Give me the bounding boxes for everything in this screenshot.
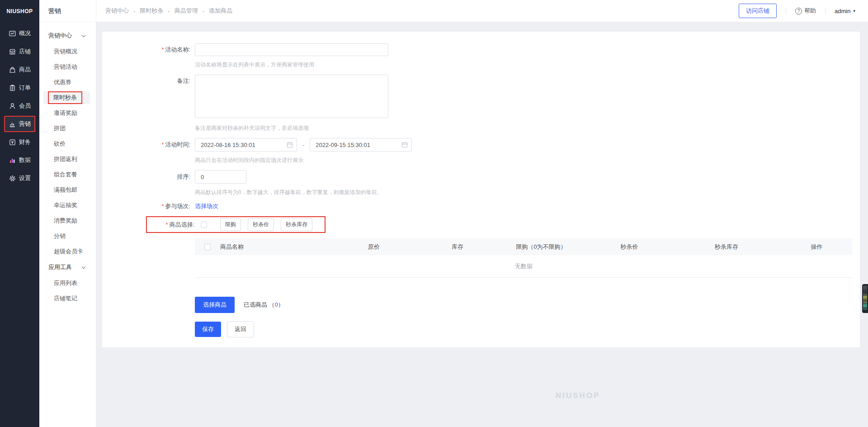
submenu-item-marketing-activity[interactable]: 营销活动 [39, 59, 96, 75]
sort-row: 排序: [102, 170, 860, 184]
minimap-stripes-yellow [863, 295, 867, 303]
table-select-all-checkbox[interactable] [204, 244, 211, 250]
submenu-item-super-member-card[interactable]: 超级会员卡 [39, 244, 96, 259]
col-operate: 操作 [781, 243, 853, 251]
seckill-stock-button[interactable]: 秒杀库存 [281, 218, 312, 231]
sidebar-item-goods[interactable]: 商品 [0, 61, 39, 79]
breadcrumb-item[interactable]: 营销中心 [105, 7, 129, 15]
submenu-item-shop-notes[interactable]: 店铺笔记 [39, 291, 96, 306]
activity-time-label: *活动时间: [102, 141, 195, 149]
submenu-item-invite-reward[interactable]: 邀请奖励 [39, 105, 96, 121]
breadcrumb-item[interactable]: 限时秒杀 [140, 7, 163, 15]
goods-icon [9, 66, 16, 74]
primary-nav: 概况 店铺 商品 订单 会员 营销 [0, 23, 39, 187]
select-goods-button[interactable]: 选择商品 [195, 297, 235, 313]
sort-label: 排序: [102, 173, 195, 181]
submenu-item-coupon[interactable]: 优惠券 [39, 75, 96, 90]
sidebar-item-label: 概况 [19, 29, 31, 38]
marketing-icon [9, 120, 16, 128]
sidebar-item-shop[interactable]: 店铺 [0, 43, 39, 61]
submenu-group-app-tools[interactable]: 应用工具 [39, 259, 96, 275]
activity-name-input[interactable] [195, 43, 388, 56]
goods-action-row: 选择商品 已选商品 （0） [195, 297, 860, 313]
table-empty-state: 无数据 [195, 255, 853, 278]
sidebar-item-settings[interactable]: 设置 [0, 169, 39, 187]
chevron-down-icon [81, 266, 86, 269]
help-button[interactable]: ? 帮助 [795, 7, 816, 15]
submenu: 营销中心 营销概况 营销活动 优惠券 限时秒杀 邀请奖励 拼团 砍价 拼团返利 … [39, 22, 96, 306]
sort-help: 商品默认排序号为0，数字越大，排序越靠前，数字重复，则最新添加的靠前。 [195, 189, 860, 196]
limit-buy-button[interactable]: 限购 [220, 218, 241, 231]
back-button[interactable]: 返回 [227, 321, 254, 337]
user-menu[interactable]: admin ▾ [835, 8, 855, 14]
submenu-group-marketing-center[interactable]: 营销中心 [39, 28, 96, 44]
sidebar-item-orders[interactable]: 订单 [0, 79, 39, 97]
breadcrumb: 营销中心 - 限时秒杀 - 商品管理 - 添加商品 [105, 7, 232, 15]
sidebar-item-data[interactable]: 数据 [0, 151, 39, 169]
breadcrumb-item[interactable]: 商品管理 [175, 7, 198, 15]
selected-goods-label: 已选商品 [244, 301, 267, 308]
save-button[interactable]: 保存 [195, 322, 221, 337]
col-seckill-price: 秒杀价 [586, 243, 672, 251]
submenu-item-flash-sale[interactable]: 限时秒杀 [39, 90, 96, 105]
activity-time-row: *活动时间: - [102, 138, 860, 152]
niushop-watermark: NIUSHOP [556, 391, 600, 400]
submenu-item-app-list[interactable]: 应用列表 [39, 275, 96, 291]
submenu-item-consume-reward[interactable]: 消费奖励 [39, 213, 96, 228]
sidebar-item-members[interactable]: 会员 [0, 97, 39, 115]
breadcrumb-separator: - [168, 8, 170, 14]
submenu-item-group-rebate[interactable]: 拼团返利 [39, 152, 96, 167]
submenu-title: 营销 [39, 0, 96, 22]
activity-time-help: 商品只会在活动时间段内的指定场次进行展示 [195, 157, 860, 164]
start-date-picker[interactable] [195, 138, 297, 152]
col-limit-buy: 限购（0为不限购） [496, 243, 586, 251]
sidebar-item-label: 商品 [19, 66, 31, 74]
submenu-item-distribution[interactable]: 分销 [39, 228, 96, 244]
minimap-stripes-gray [863, 286, 867, 295]
sidebar-item-label: 营销 [19, 120, 31, 128]
choose-session-link[interactable]: 选择场次 [195, 202, 218, 210]
app-logo: NIUSHOP [0, 0, 39, 23]
sidebar-item-label: 设置 [19, 174, 31, 182]
topbar-right: 访问店铺 ? 帮助 admin ▾ [739, 4, 855, 18]
finance-icon [9, 138, 16, 146]
activity-name-label: *活动名称: [102, 46, 195, 54]
sidebar-item-overview[interactable]: 概况 [0, 24, 39, 43]
sidebar-item-label: 订单 [19, 84, 31, 92]
submenu-item-group-buy[interactable]: 拼团 [39, 121, 96, 136]
scrollbar-minimap-widget[interactable] [862, 284, 868, 313]
submenu-item-combo-package[interactable]: 组合套餐 [39, 167, 96, 182]
end-date-picker[interactable] [310, 138, 412, 152]
gear-icon [9, 175, 16, 182]
submenu-group-label: 应用工具 [48, 263, 72, 271]
selected-goods-count: 0 [275, 301, 278, 308]
order-icon [9, 84, 16, 92]
caret-down-icon: ▾ [853, 9, 855, 13]
calendar-icon [401, 142, 408, 148]
submenu-item-marketing-overview[interactable]: 营销概况 [39, 44, 96, 59]
visit-shop-button[interactable]: 访问店铺 [739, 4, 777, 18]
member-icon [9, 102, 16, 110]
sidebar-item-label: 数据 [19, 156, 31, 164]
activity-name-row: *活动名称: [102, 43, 860, 56]
selected-close-paren: ） [278, 301, 284, 308]
sidebar-item-label: 财务 [19, 138, 31, 146]
help-label: 帮助 [804, 7, 816, 15]
start-date-input[interactable] [195, 138, 297, 152]
date-range-separator: - [302, 142, 304, 148]
end-date-input[interactable] [310, 138, 412, 152]
submenu-item-lucky-draw[interactable]: 幸运抽奖 [39, 198, 96, 213]
submenu-item-bargain[interactable]: 砍价 [39, 136, 96, 152]
remark-textarea[interactable] [195, 75, 388, 118]
goods-select-all-checkbox[interactable] [201, 222, 207, 228]
seckill-price-button[interactable]: 秒杀价 [248, 218, 274, 231]
sort-input[interactable] [195, 170, 246, 184]
help-icon: ? [795, 8, 802, 14]
breadcrumb-separator: - [203, 8, 204, 14]
submenu-item-free-shipping[interactable]: 满额包邮 [39, 182, 96, 198]
top-header: 营销中心 - 限时秒杀 - 商品管理 - 添加商品 访问店铺 ? 帮助 admi… [96, 0, 868, 22]
submenu-group-label: 营销中心 [48, 32, 72, 40]
breadcrumb-separator: - [133, 8, 135, 14]
sidebar-item-finance[interactable]: 财务 [0, 133, 39, 151]
sidebar-item-marketing[interactable]: 营销 [4, 116, 35, 132]
